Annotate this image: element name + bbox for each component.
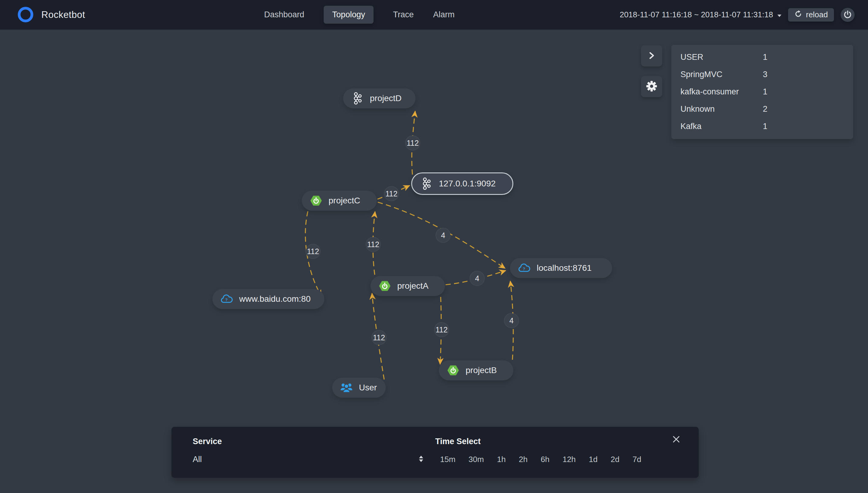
node-label: 127.0.0.1:9092 — [439, 179, 496, 189]
nav-item-trace[interactable]: Trace — [393, 6, 413, 24]
node-projectA[interactable]: projectA — [370, 276, 445, 296]
edge-projectC-to-localhost:8761: 4 — [378, 202, 505, 269]
spring-icon — [446, 365, 460, 376]
service-select[interactable]: All — [193, 455, 202, 464]
nav-item-dashboard[interactable]: Dashboard — [264, 6, 304, 24]
time-option-1d[interactable]: 1d — [589, 455, 598, 464]
kafka-icon — [350, 91, 364, 105]
node-kafka-broker[interactable]: 127.0.0.1:9092 — [411, 172, 513, 195]
rocketbot-topology-page: { "navbar": { "brand": "Rocketbot", "nav… — [0, 0, 868, 493]
svg-text:112: 112 — [407, 139, 419, 147]
edge-projectA-to-localhost:8761: 4 — [446, 271, 506, 286]
service-label: Service — [193, 437, 222, 446]
time-option-1h[interactable]: 1h — [497, 455, 506, 464]
node-user[interactable]: User — [332, 378, 386, 398]
time-range-value: 2018-11-07 11:16:18 ~ 2018-11-07 11:31:1… — [620, 10, 773, 19]
caret-down-icon — [778, 10, 781, 19]
legend-type: SpringMVC — [681, 70, 763, 79]
users-icon — [340, 382, 354, 393]
reload-icon — [794, 10, 802, 20]
svg-text:4: 4 — [441, 231, 445, 239]
close-panel-icon[interactable] — [672, 435, 680, 443]
node-eureka[interactable]: ?localhost:8761 — [510, 258, 612, 278]
svg-text:112: 112 — [373, 333, 385, 342]
legend-row-kafka-consumer: kafka-consumer1 — [671, 83, 853, 101]
chevron-right-icon — [647, 51, 656, 61]
legend-count: 1 — [763, 87, 767, 97]
svg-text:?: ? — [523, 266, 525, 271]
collapse-panel-button[interactable] — [641, 45, 662, 66]
legend-row-USER: USER1 — [671, 48, 853, 66]
rocketbot-logo-icon — [17, 6, 34, 24]
time-option-30m[interactable]: 30m — [469, 455, 484, 464]
edge-projectC-to-www.baidu.com:80: 112 — [305, 211, 322, 296]
cloud-icon: ? — [220, 294, 234, 304]
node-label: projectD — [370, 93, 402, 103]
legend-count: 3 — [763, 70, 767, 79]
time-select-label: Time Select — [435, 437, 481, 446]
edge-projectA-to-projectC: 112 — [366, 212, 381, 275]
node-label: projectC — [328, 196, 360, 206]
time-options: 15m30m1h2h6h12h1d2d7d — [440, 455, 641, 464]
spring-icon — [309, 195, 323, 207]
cloud-icon: ? — [517, 263, 531, 273]
select-caret-icon[interactable] — [419, 456, 423, 463]
svg-text:4: 4 — [509, 316, 513, 325]
time-range-picker[interactable]: 2018-11-07 11:16:18 ~ 2018-11-07 11:31:1… — [620, 10, 781, 19]
main-nav: DashboardTopologyTraceAlarm — [264, 0, 455, 29]
settings-button[interactable] — [641, 76, 662, 97]
legend-count: 1 — [763, 52, 767, 62]
navbar-right: 2018-11-07 11:16:18 ~ 2018-11-07 11:31:1… — [620, 0, 855, 29]
spring-icon — [378, 280, 392, 292]
node-label: projectB — [466, 365, 497, 375]
legend-count: 2 — [763, 104, 767, 114]
edge-projectA-to-projectB: 112 — [434, 297, 449, 364]
svg-text:112: 112 — [307, 247, 319, 256]
legend-row-SpringMVC: SpringMVC3 — [671, 66, 853, 83]
node-projectC[interactable]: projectC — [302, 191, 377, 211]
reload-button[interactable]: reload — [788, 8, 834, 22]
time-option-2h[interactable]: 2h — [519, 455, 528, 464]
brand: Rocketbot — [17, 0, 85, 29]
filter-panel: Service All Time Select 15m30m1h2h6h12h1… — [171, 427, 699, 478]
svg-text:112: 112 — [436, 325, 448, 334]
nav-item-topology[interactable]: Topology — [324, 6, 374, 24]
legend-row-Kafka: Kafka1 — [671, 118, 853, 135]
legend-type: Unknown — [681, 104, 763, 114]
time-option-15m[interactable]: 15m — [440, 455, 456, 464]
time-option-6h[interactable]: 6h — [541, 455, 549, 464]
reload-label: reload — [806, 10, 828, 19]
gear-icon — [646, 81, 657, 92]
node-label: localhost:8761 — [537, 263, 592, 273]
app-title: Rocketbot — [41, 9, 85, 20]
edge-projectB-to-localhost:8761: 4 — [504, 281, 519, 360]
legend-row-Unknown: Unknown2 — [671, 101, 853, 118]
svg-text:4: 4 — [475, 274, 479, 283]
power-icon — [843, 10, 852, 20]
power-button[interactable] — [841, 8, 855, 22]
legend-type: kafka-consumer — [681, 87, 763, 97]
edge-User-to-projectA: 112 — [372, 293, 386, 380]
node-baidu[interactable]: ?www.baidu.com:80 — [213, 289, 324, 309]
edge-projectC-to-127.0.0.1:9092: 112 — [378, 186, 410, 201]
legend-count: 1 — [763, 122, 767, 131]
nav-item-alarm[interactable]: Alarm — [433, 6, 455, 24]
svg-text:112: 112 — [385, 189, 398, 198]
edge-127.0.0.1:9092-to-projectD: 112 — [405, 111, 420, 175]
node-projectB[interactable]: projectB — [439, 360, 513, 380]
time-option-12h[interactable]: 12h — [563, 455, 576, 464]
node-label: www.baidu.com:80 — [239, 294, 310, 304]
svg-text:?: ? — [225, 298, 228, 302]
service-type-legend: USER1SpringMVC3kafka-consumer1Unknown2Ka… — [671, 45, 853, 139]
node-label: User — [359, 383, 377, 392]
top-navbar: Rocketbot DashboardTopologyTraceAlarm 20… — [0, 0, 868, 30]
node-label: projectA — [397, 281, 428, 291]
kafka-icon — [419, 177, 433, 191]
node-projectD[interactable]: projectD — [343, 88, 416, 108]
time-option-2d[interactable]: 2d — [610, 455, 619, 464]
legend-type: USER — [681, 52, 763, 62]
time-option-7d[interactable]: 7d — [632, 455, 641, 464]
legend-type: Kafka — [681, 122, 763, 131]
svg-text:112: 112 — [367, 240, 379, 249]
